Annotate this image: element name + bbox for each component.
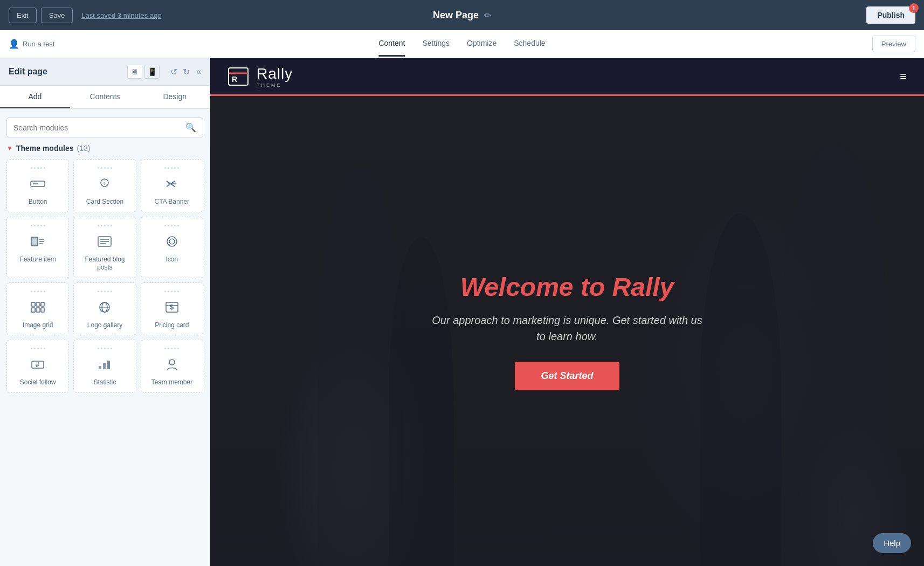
hamburger-menu[interactable]: ≡ <box>900 70 907 84</box>
page-title: New Page <box>433 10 479 21</box>
hero-heading-accent: Rally <box>612 273 674 301</box>
top-bar-right: Publish 1 <box>866 6 915 24</box>
image-grid-module-label: Image grid <box>23 321 53 330</box>
module-icon[interactable]: Icon <box>141 217 203 278</box>
search-icon: 🔍 <box>185 122 196 133</box>
module-social-follow[interactable]: # Social follow <box>6 340 69 393</box>
undo-button[interactable]: ↺ <box>168 66 180 78</box>
social-follow-module-icon: # <box>28 355 47 374</box>
svg-rect-21 <box>41 302 44 306</box>
search-area: 🔍 <box>0 109 210 142</box>
last-saved-text[interactable]: Last saved 3 minutes ago <box>81 11 161 19</box>
top-bar-center: New Page ✏ <box>433 10 491 21</box>
logo-gallery-module-label: Logo gallery <box>87 321 122 330</box>
panel-header-right: 🖥 📱 ↺ ↻ « <box>127 65 201 79</box>
desktop-view-button[interactable]: 🖥 <box>127 65 142 79</box>
team-member-module-icon <box>162 355 182 374</box>
help-button[interactable]: Help <box>873 533 911 553</box>
site-header: R Rally THEME ≡ <box>210 58 924 96</box>
module-cta-banner[interactable]: CTA Banner <box>141 159 203 212</box>
module-statistic[interactable]: Statistic <box>73 340 136 393</box>
featured-blog-module-label: Featured blog posts <box>78 256 131 272</box>
hero-cta-button[interactable]: Get Started <box>515 362 619 390</box>
section-header: ▼ Theme modules (13) <box>6 144 203 153</box>
redo-button[interactable]: ↻ <box>181 66 192 78</box>
tab-add[interactable]: Add <box>0 86 70 108</box>
left-panel: Edit page 🖥 📱 ↺ ↻ « Add <box>0 58 210 566</box>
icon-module-label: Icon <box>166 256 178 264</box>
nav-tabs: Content Settings Optimize Schedule <box>378 31 545 57</box>
module-logo-gallery[interactable]: Logo gallery <box>73 282 136 336</box>
tab-content[interactable]: Content <box>378 31 405 57</box>
canvas-frame: R Rally THEME ≡ <box>210 58 924 566</box>
hero-heading: Welcome to Rally <box>427 272 707 303</box>
button-module-label: Button <box>29 198 47 206</box>
preview-button[interactable]: Preview <box>872 36 915 52</box>
run-test-link[interactable]: 👤 Run a test <box>9 39 54 49</box>
module-team-member[interactable]: Team member <box>141 340 203 393</box>
svg-point-18 <box>169 239 175 244</box>
statistic-module-icon <box>95 355 114 374</box>
view-toggle: 🖥 📱 <box>127 65 160 79</box>
image-grid-module-icon <box>28 298 47 317</box>
card-section-module-icon: i <box>95 174 114 194</box>
logo-text-group: Rally THEME <box>257 65 293 88</box>
top-bar-left: Exit Save Last saved 3 minutes ago <box>9 8 161 23</box>
publish-button[interactable]: Publish 1 <box>866 6 915 24</box>
module-card-section[interactable]: i Card Section <box>73 159 136 212</box>
publish-badge: 1 <box>909 3 919 13</box>
tab-schedule[interactable]: Schedule <box>514 31 545 57</box>
logo-main-text: Rally <box>257 65 293 82</box>
module-feature-item[interactable]: Feature item <box>6 217 69 278</box>
save-button[interactable]: Save <box>41 8 73 23</box>
desktop-icon: 🖥 <box>131 67 139 76</box>
mobile-icon: 📱 <box>148 67 157 76</box>
secondary-nav: 👤 Run a test Content Settings Optimize S… <box>0 30 924 58</box>
hero-section: Welcome to Rally Our approach to marketi… <box>210 96 924 566</box>
tab-design[interactable]: Design <box>140 86 210 108</box>
section-title: Theme modules <box>16 144 74 153</box>
edit-page-icon[interactable]: ✏ <box>484 10 491 20</box>
hero-subtext: Our approach to marketing is unique. Get… <box>427 312 707 344</box>
tab-contents[interactable]: Contents <box>70 86 140 108</box>
module-button[interactable]: Button <box>6 159 69 212</box>
undo-redo-group: ↺ ↻ <box>168 66 192 78</box>
top-bar: Exit Save Last saved 3 minutes ago New P… <box>0 0 924 30</box>
tab-optimize[interactable]: Optimize <box>467 31 497 57</box>
edit-page-title: Edit page <box>9 67 47 77</box>
svg-rect-35 <box>107 361 110 369</box>
cta-banner-module-icon <box>162 174 182 194</box>
logo-icon: R <box>227 67 249 86</box>
logo-gallery-module-icon <box>95 298 114 317</box>
pricing-card-module-label: Pricing card <box>155 321 189 330</box>
search-input[interactable] <box>13 123 181 132</box>
feature-item-module-icon <box>28 232 47 251</box>
module-featured-blog[interactable]: Featured blog posts <box>73 217 136 278</box>
module-pricing-card[interactable]: $ Pricing card <box>141 282 203 336</box>
mobile-view-button[interactable]: 📱 <box>144 65 160 79</box>
svg-rect-23 <box>36 308 40 312</box>
button-module-icon <box>28 174 47 194</box>
tab-settings[interactable]: Settings <box>422 31 450 57</box>
cta-banner-module-label: CTA Banner <box>155 198 189 206</box>
modules-section: ▼ Theme modules (13) Button i <box>0 142 210 566</box>
svg-rect-19 <box>31 302 35 306</box>
chevron-down-icon[interactable]: ▼ <box>6 144 13 152</box>
exit-button[interactable]: Exit <box>9 8 37 23</box>
hero-content: Welcome to Rally Our approach to marketi… <box>405 250 729 412</box>
module-image-grid[interactable]: Image grid <box>6 282 69 336</box>
pricing-card-module-icon: $ <box>162 298 182 317</box>
icon-module-icon <box>162 232 182 251</box>
site-logo: R Rally THEME <box>227 65 293 88</box>
svg-rect-24 <box>41 308 44 312</box>
collapse-panel-button[interactable]: « <box>196 67 201 77</box>
svg-point-17 <box>167 237 177 246</box>
card-section-module-label: Card Section <box>86 198 123 206</box>
section-count: (13) <box>77 144 90 153</box>
statistic-module-label: Statistic <box>93 378 116 387</box>
logo-sub-text: THEME <box>257 82 293 88</box>
right-canvas: R Rally THEME ≡ <box>210 58 924 566</box>
person-icon: 👤 <box>9 39 19 49</box>
panel-header: Edit page 🖥 📱 ↺ ↻ « <box>0 58 210 86</box>
svg-rect-8 <box>31 237 38 246</box>
